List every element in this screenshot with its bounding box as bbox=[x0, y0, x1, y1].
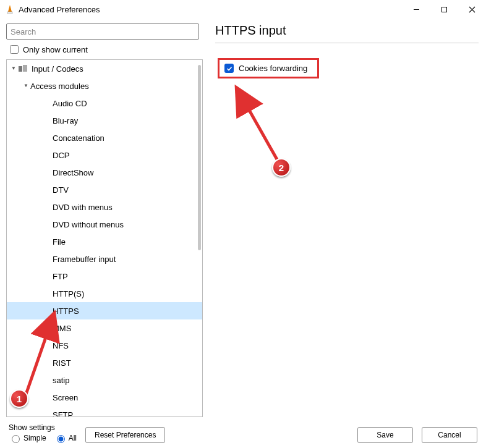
tree-item-nfs[interactable]: NFS bbox=[7, 337, 202, 354]
tree-container: Input / CodecsAccess modulesAudio CDBlu-… bbox=[6, 59, 203, 417]
save-button[interactable]: Save bbox=[357, 427, 413, 443]
chevron-down-icon bbox=[22, 83, 30, 88]
tree-item-dcp[interactable]: DCP bbox=[7, 146, 202, 164]
tree-item-satip[interactable]: satip bbox=[7, 371, 202, 389]
tree-item-label: MMS bbox=[53, 324, 71, 333]
tree-item-label: DVD with menus bbox=[53, 203, 113, 212]
mode-all-radio[interactable]: All bbox=[54, 433, 77, 443]
tree-item-label: Blu-ray bbox=[53, 116, 78, 125]
tree-item-label: RIST bbox=[53, 358, 71, 368]
tree-item-dvd-without-menus[interactable]: DVD without menus bbox=[7, 216, 202, 233]
tree-item-dtv[interactable]: DTV bbox=[7, 181, 202, 198]
tree-item-rist[interactable]: RIST bbox=[7, 354, 202, 371]
mode-simple-label: Simple bbox=[23, 434, 46, 442]
show-settings-label: Show settings bbox=[9, 423, 77, 432]
tree-item-label: DCP bbox=[53, 151, 69, 160]
tree-item-directshow[interactable]: DirectShow bbox=[7, 164, 202, 181]
tree-item-https[interactable]: HTTPS bbox=[7, 302, 202, 319]
svg-rect-2 bbox=[442, 7, 447, 12]
mode-simple-radio[interactable]: Simple bbox=[9, 433, 46, 443]
tree-item-file[interactable]: File bbox=[7, 233, 202, 250]
tree-item-label: DirectShow bbox=[53, 168, 93, 177]
tree-item-audio-cd[interactable]: Audio CD bbox=[7, 95, 202, 112]
tree-item-label: Input / Codecs bbox=[32, 64, 83, 74]
only-show-current-label: Only show current bbox=[23, 45, 88, 54]
cookies-forwarding-checkbox[interactable] bbox=[224, 64, 234, 73]
tree-item-mms[interactable]: MMS bbox=[7, 319, 202, 337]
only-show-current-row[interactable]: Only show current bbox=[7, 43, 205, 56]
tree-item-dvd-with-menus[interactable]: DVD with menus bbox=[7, 198, 202, 216]
svg-rect-0 bbox=[7, 12, 12, 14]
maximize-button[interactable] bbox=[430, 0, 458, 19]
titlebar: Advanced Preferences bbox=[0, 0, 486, 19]
tree-item-label: DVD without menus bbox=[53, 220, 124, 229]
tree-item-label: Framebuffer input bbox=[53, 255, 116, 264]
tree-item-blu-ray[interactable]: Blu-ray bbox=[7, 112, 202, 129]
panel-heading: HTTPS input bbox=[215, 23, 479, 43]
tree-item-screen[interactable]: Screen bbox=[7, 389, 202, 406]
footer: Show settings Simple All Reset Preferenc… bbox=[0, 417, 486, 448]
close-button[interactable] bbox=[458, 0, 486, 19]
window-controls bbox=[403, 0, 486, 19]
tree-root-input-codecs[interactable]: Input / Codecs bbox=[7, 60, 202, 77]
tree-item-concatenation[interactable]: Concatenation bbox=[7, 129, 202, 146]
tree-item-http-s-[interactable]: HTTP(S) bbox=[7, 285, 202, 302]
tree-item-label: Audio CD bbox=[53, 99, 87, 108]
tree-item-label: FTP bbox=[53, 272, 68, 281]
tree-scrollbar[interactable] bbox=[198, 65, 201, 250]
search-input[interactable] bbox=[6, 23, 199, 40]
svg-rect-4 bbox=[23, 65, 27, 72]
chevron-down-icon bbox=[9, 66, 18, 71]
annotation-marker-1: 1 bbox=[10, 389, 28, 408]
tree-item-label: File bbox=[53, 237, 66, 247]
app-logo-icon bbox=[5, 4, 15, 14]
svg-rect-3 bbox=[19, 66, 22, 72]
tree-item-label: Access modules bbox=[30, 82, 89, 91]
tree-item-label: HTTP(S) bbox=[53, 289, 84, 298]
settings-panel: HTTPS input Cookies forwarding bbox=[205, 19, 486, 417]
category-icon bbox=[18, 64, 28, 74]
tree-item-label: Screen bbox=[53, 393, 78, 402]
tree-item-label: DTV bbox=[53, 185, 69, 195]
cookies-forwarding-row[interactable]: Cookies forwarding bbox=[218, 58, 319, 78]
mode-all-label: All bbox=[69, 434, 77, 442]
reset-preferences-button[interactable]: Reset Preferences bbox=[85, 427, 165, 443]
tree-item-label: NFS bbox=[53, 341, 69, 350]
sidebar: Only show current Input / CodecsAccess m… bbox=[0, 19, 205, 417]
cancel-button[interactable]: Cancel bbox=[422, 427, 477, 443]
tree-item-label: Concatenation bbox=[53, 133, 104, 143]
tree-item-sftp[interactable]: SFTP bbox=[7, 406, 202, 416]
tree-node-access-modules[interactable]: Access modules bbox=[7, 77, 202, 95]
annotation-marker-2: 2 bbox=[272, 158, 291, 177]
only-show-current-checkbox[interactable] bbox=[10, 45, 19, 54]
tree-item-label: satip bbox=[53, 376, 69, 385]
tree-item-ftp[interactable]: FTP bbox=[7, 268, 202, 285]
tree-item-framebuffer-input[interactable]: Framebuffer input bbox=[7, 250, 202, 268]
tree-item-label: HTTPS bbox=[53, 306, 79, 316]
minimize-button[interactable] bbox=[403, 0, 430, 19]
cookies-forwarding-label: Cookies forwarding bbox=[239, 64, 307, 73]
title-text: Advanced Preferences bbox=[19, 5, 100, 14]
tree-item-label: SFTP bbox=[53, 410, 73, 417]
